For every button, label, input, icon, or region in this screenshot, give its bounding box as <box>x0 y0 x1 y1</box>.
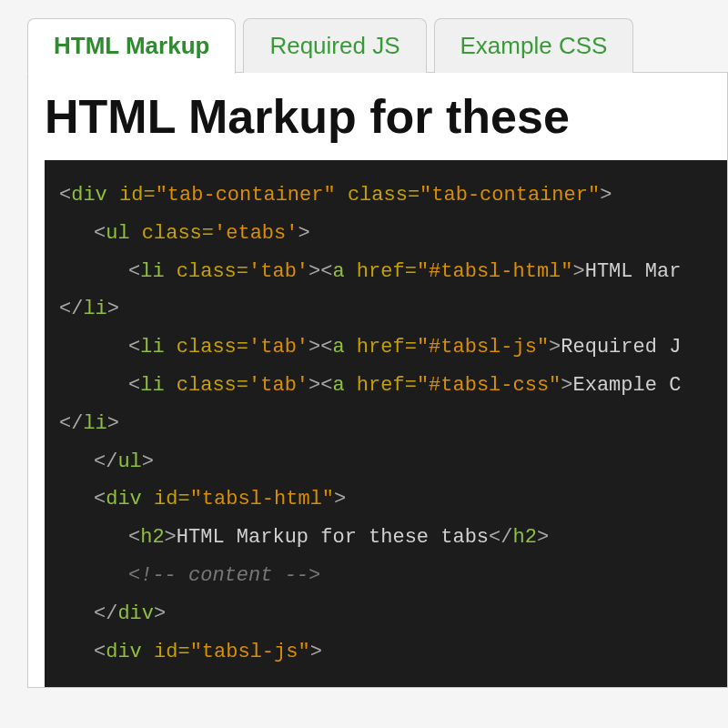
tab-required-js[interactable]: Required JS <box>243 18 426 73</box>
code-line: </li> <box>59 412 119 435</box>
code-line: <div id="tabsl-html"> <box>59 480 346 519</box>
code-line: <li class='tab'><a href="#tabsl-js">Requ… <box>59 329 681 367</box>
tab-html-markup[interactable]: HTML Markup <box>27 18 236 74</box>
panel-heading: HTML Markup for these <box>45 89 727 144</box>
code-block: <div id="tab-container" class="tab-conta… <box>45 160 727 687</box>
code-line: <li class='tab'><a href="#tabsl-css">Exa… <box>59 367 681 405</box>
tab-list: HTML Markup Required JS Example CSS <box>27 18 728 73</box>
tab-example-css[interactable]: Example CSS <box>434 18 634 73</box>
code-line: </li> <box>59 298 119 320</box>
code-line: </ul> <box>59 443 154 481</box>
code-line: <li class='tab'><a href="#tabsl-html">HT… <box>59 253 681 291</box>
code-line: <h2>HTML Markup for these tabs</h2> <box>59 519 549 557</box>
code-line: <div id="tab-container" class="tab-conta… <box>59 184 612 207</box>
code-line: <div id="tabsl-js"> <box>59 633 322 672</box>
tab-panel: HTML Markup for these <div id="tab-conta… <box>27 72 728 688</box>
code-line: </div> <box>59 595 166 633</box>
code-line: <ul class='etabs'> <box>59 215 310 253</box>
code-line: <!-- content --> <box>59 557 320 595</box>
